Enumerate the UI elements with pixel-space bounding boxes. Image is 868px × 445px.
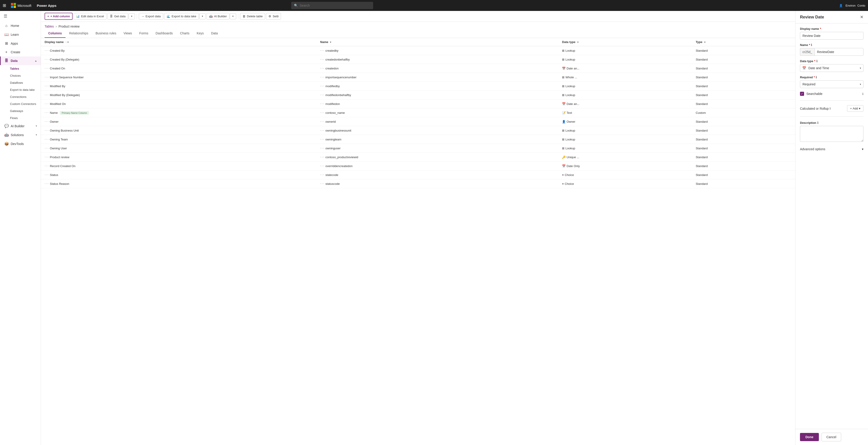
row-actions[interactable]: ··· (320, 137, 324, 141)
ai-builder-button[interactable]: 🤖 AI Builder (207, 13, 229, 20)
row-actions[interactable]: ··· (320, 155, 324, 159)
sidebar-sub-dataflows[interactable]: Dataflows (0, 79, 41, 86)
cancel-button[interactable]: Cancel (822, 433, 841, 441)
row-actions[interactable]: ··· (320, 49, 324, 52)
row-actions[interactable]: ··· (44, 182, 49, 185)
export-lake-chevron[interactable]: ▾ (199, 13, 206, 19)
row-actions[interactable]: ··· (44, 66, 49, 70)
row-actions[interactable]: ··· (320, 102, 324, 106)
search-input[interactable] (300, 4, 370, 7)
row-actions[interactable]: ··· (320, 119, 324, 123)
waffle-icon[interactable]: ⊞ (3, 3, 6, 8)
calc-add-button[interactable]: + Add ▾ (847, 105, 863, 112)
row-actions[interactable]: ··· (320, 173, 324, 177)
row-actions[interactable]: ··· (320, 182, 324, 185)
sidebar-item-learn[interactable]: 📖 Learn (0, 30, 41, 39)
sidebar-sub-custom-connectors[interactable]: Custom Connectors (0, 100, 41, 108)
export-lake-button[interactable]: 🌊 Export to data lake (164, 13, 198, 20)
tab-views[interactable]: Views (120, 29, 135, 38)
row-actions[interactable]: ··· (44, 111, 49, 115)
col-header-data-type[interactable]: Data type ▾ (558, 38, 692, 46)
sidebar-toggle[interactable]: ☰ (0, 11, 41, 21)
right-panel: Review Date ✕ Display name * Name * ℹ cr… (795, 0, 868, 445)
searchable-info-icon[interactable]: ℹ (862, 92, 863, 96)
tab-business-rules[interactable]: Business rules (92, 29, 120, 38)
row-actions[interactable]: ··· (320, 146, 324, 150)
sidebar-item-ai-builder[interactable]: 🤖 Solutions ▾ (0, 130, 41, 139)
get-data-chevron[interactable]: ▾ (129, 13, 135, 19)
row-actions[interactable]: ··· (44, 155, 49, 159)
sidebar-sub-flows[interactable]: Flows (0, 115, 41, 122)
sidebar-sub-gateways[interactable]: Gateways (0, 108, 41, 115)
table-area: Display name ↑ ▾ Name ▾ Data type ▾ Type… (41, 38, 795, 445)
row-actions[interactable]: ··· (44, 173, 49, 177)
required-info-icon[interactable]: ℹ (816, 76, 817, 79)
row-actions[interactable]: ··· (44, 49, 49, 52)
sidebar-item-data[interactable]: 🗄 Data ▲ (0, 56, 41, 65)
row-actions[interactable]: ··· (320, 93, 324, 97)
row-actions[interactable]: ··· (44, 128, 49, 132)
row-actions[interactable]: ··· (320, 84, 324, 88)
sidebar-item-solutions[interactable]: 📦 DevTools (0, 139, 41, 148)
display-name-input[interactable] (800, 32, 863, 39)
settings-button[interactable]: ⚙ Setti (266, 13, 281, 20)
required-select[interactable]: Required (800, 80, 863, 88)
sidebar-item-home[interactable]: ⌂ Home (0, 21, 41, 30)
sidebar-sub-connections[interactable]: Connections (0, 93, 41, 100)
searchable-checkbox[interactable]: ✓ (800, 92, 804, 96)
tab-keys[interactable]: Keys (193, 29, 208, 38)
sidebar-item-chatbots[interactable]: 💬 AI Builder ▾ (0, 122, 41, 130)
row-actions[interactable]: ··· (44, 102, 49, 106)
done-button[interactable]: Done (800, 433, 819, 441)
row-actions[interactable]: ··· (44, 57, 49, 61)
sidebar-sub-export[interactable]: Export to data lake (0, 86, 41, 93)
row-actions[interactable]: ··· (320, 111, 324, 115)
close-button[interactable]: ✕ (860, 14, 863, 20)
delete-table-button[interactable]: 🗑 Delete table (240, 13, 265, 20)
desc-info-icon[interactable]: ℹ (817, 121, 818, 124)
row-actions[interactable]: ··· (44, 93, 49, 97)
row-actions[interactable]: ··· (320, 66, 324, 70)
export-lake-dropdown[interactable]: 🌊 Export to data lake ▾ (164, 13, 206, 20)
sidebar-sub-choices[interactable]: Choices (0, 72, 41, 79)
add-column-button[interactable]: + + Add column (44, 13, 72, 20)
row-actions[interactable]: ··· (320, 75, 324, 79)
row-actions[interactable]: ··· (44, 119, 49, 123)
row-actions[interactable]: ··· (44, 137, 49, 141)
row-actions[interactable]: ··· (44, 75, 49, 79)
sidebar-sub-tables[interactable]: Tables (0, 65, 41, 72)
edit-excel-button[interactable]: 📊 Edit data in Excel (73, 13, 106, 20)
get-data-button[interactable]: 🗄 Get data (107, 13, 128, 20)
sidebar-item-apps[interactable]: ⊞ Apps (0, 39, 41, 48)
advanced-options-row[interactable]: Advanced options ▾ (800, 145, 863, 153)
breadcrumb-parent[interactable]: Tables (44, 25, 54, 28)
row-actions[interactable]: ··· (44, 84, 49, 88)
calc-info-icon[interactable]: ℹ (830, 107, 831, 110)
info-icon[interactable]: ℹ (811, 43, 812, 47)
tab-data[interactable]: Data (208, 29, 222, 38)
row-actions[interactable]: ··· (320, 128, 324, 132)
row-actions[interactable]: ··· (44, 164, 49, 168)
sidebar-item-create[interactable]: + Create (0, 48, 41, 56)
tab-dashboards[interactable]: Dashboards (152, 29, 177, 38)
search-bar[interactable]: 🔍 (291, 2, 373, 9)
home-icon: ⌂ (4, 24, 8, 28)
col-header-display-name[interactable]: Display name ↑ ▾ (41, 38, 316, 46)
row-actions[interactable]: ··· (320, 164, 324, 168)
tab-columns[interactable]: Columns (44, 29, 65, 38)
row-actions[interactable]: ··· (320, 57, 324, 61)
ai-builder-dropdown[interactable]: 🤖 AI Builder ▾ (207, 13, 236, 20)
tab-relationships[interactable]: Relationships (65, 29, 92, 38)
tab-charts[interactable]: Charts (176, 29, 193, 38)
get-data-dropdown[interactable]: 🗄 Get data ▾ (107, 13, 135, 20)
export-data-button[interactable]: → Export data (139, 13, 163, 20)
col-header-type[interactable]: Type ▾ (692, 38, 795, 46)
description-textarea[interactable] (800, 126, 863, 142)
tab-forms[interactable]: Forms (135, 29, 152, 38)
data-type-info-icon[interactable]: ℹ (816, 59, 817, 63)
row-actions[interactable]: ··· (44, 146, 49, 150)
name-input[interactable] (814, 48, 863, 56)
ai-builder-chevron[interactable]: ▾ (230, 13, 236, 19)
data-type-select[interactable]: Date and Time (800, 64, 863, 72)
col-header-name[interactable]: Name ▾ (316, 38, 558, 46)
